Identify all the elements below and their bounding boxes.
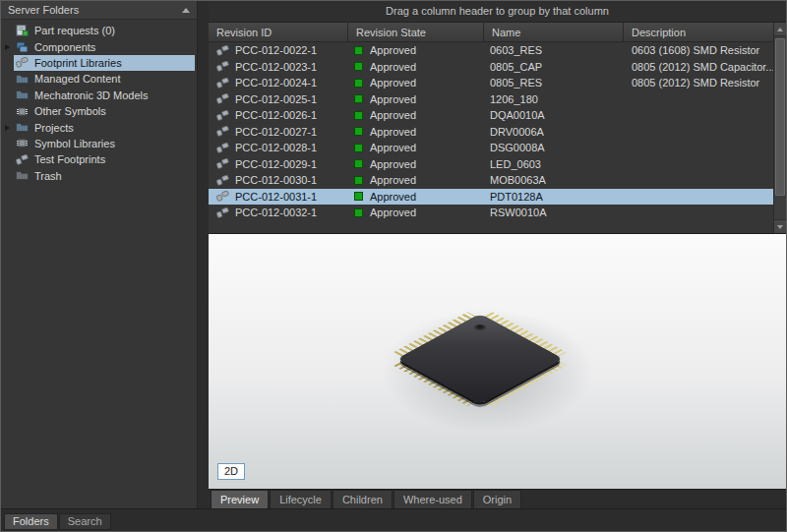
table-row[interactable]: PCC-012-0031-1 Approved PDT0128A (209, 189, 786, 206)
revision-id-cell: PCC-012-0027-1 (235, 126, 317, 138)
name-cell: 1206_180 (484, 91, 624, 108)
approved-state-icon (354, 62, 363, 71)
components-icon (15, 41, 30, 53)
footprint-icon (216, 110, 229, 121)
server-folders-panel: Server Folders Part requests (0) Compone… (1, 1, 198, 508)
sidebar-item-label: Mechatronic 3D Models (34, 89, 149, 101)
table-row[interactable]: PCC-012-0026-1 Approved DQA0010A (209, 107, 786, 124)
revision-id-cell: PCC-012-0022-1 (235, 44, 317, 56)
sidebar-item[interactable]: Part requests (0) (1, 23, 197, 38)
footprint-icon (15, 57, 30, 68)
footprint-icon (216, 45, 229, 56)
table-row[interactable]: PCC-012-0024-1 Approved 0805_RES 0805 (2… (209, 75, 786, 91)
vertical-scrollbar[interactable] (773, 23, 786, 233)
sidebar-item-label: Other Symbols (34, 105, 106, 117)
sidebar-item[interactable]: Symbol Libraries (1, 136, 197, 151)
sidebar-item[interactable]: Managed Content (1, 71, 197, 87)
preview-pane[interactable]: 2D (209, 233, 786, 489)
tab-where-used[interactable]: Where-used (394, 490, 472, 508)
sidebar-tab-folders[interactable]: Folders (4, 513, 58, 530)
revision-state-cell: Approved (370, 109, 416, 121)
tab-origin[interactable]: Origin (473, 490, 521, 508)
scroll-up-button[interactable] (774, 23, 786, 36)
content-row: Server Folders Part requests (0) Compone… (1, 1, 786, 508)
tab-children[interactable]: Children (333, 490, 393, 508)
revision-id-cell: PCC-012-0029-1 (235, 158, 317, 170)
name-cell: 0805_RES (484, 75, 624, 91)
table-row[interactable]: PCC-012-0032-1 Approved RSW0010A (209, 205, 786, 221)
sidebar-item-label: Part requests (0) (34, 25, 115, 36)
name-cell: DRV0006A (484, 124, 624, 141)
sidebar-item[interactable]: Footprint Libraries (1, 55, 197, 71)
sidebar-item[interactable]: Mechatronic 3D Models (1, 88, 197, 103)
name-cell: DQA0010A (484, 107, 624, 124)
expand-arrow-icon[interactable] (1, 125, 14, 131)
tab-lifecycle[interactable]: Lifecycle (270, 490, 332, 508)
table-row[interactable]: PCC-012-0025-1 Approved 1206_180 (209, 91, 786, 108)
table-row[interactable]: PCC-012-0029-1 Approved LED_0603 (209, 156, 786, 173)
expand-arrow-icon[interactable] (1, 44, 14, 50)
description-cell (624, 124, 786, 141)
collapse-panel-icon[interactable] (182, 8, 190, 13)
name-cell: PDT0128A (484, 189, 624, 206)
revision-state-cell: Approved (370, 44, 416, 56)
column-header-name[interactable]: Name (484, 23, 624, 41)
column-header-revision-state[interactable]: Revision State (348, 23, 484, 41)
approved-state-icon (354, 79, 363, 88)
sidebar-item-label: Projects (34, 122, 74, 134)
revision-id-cell: PCC-012-0032-1 (235, 207, 317, 218)
table-row[interactable]: PCC-012-0022-1 Approved 0603_RES 0603 (1… (209, 42, 786, 59)
revision-state-cell: Approved (370, 77, 416, 89)
column-header-revision-id[interactable]: Revision ID (209, 23, 348, 41)
footprint-icon (15, 154, 30, 165)
footprint-icon (216, 158, 229, 169)
sidebar-item-label: Components (34, 41, 95, 53)
2d-mode-button[interactable]: 2D (217, 463, 245, 480)
symbol-icon (15, 138, 30, 148)
sidebar-tab-search[interactable]: Search (59, 513, 111, 530)
scroll-down-button[interactable] (774, 219, 786, 233)
revision-id-cell: PCC-012-0030-1 (235, 174, 317, 186)
name-cell: 0805_CAP (484, 59, 624, 76)
sidebar-item-label: Test Footprints (34, 153, 105, 165)
revision-state-cell: Approved (370, 142, 416, 153)
revision-state-cell: Approved (370, 191, 416, 203)
folder-icon (15, 74, 30, 85)
table-row[interactable]: PCC-012-0027-1 Approved DRV0006A (209, 124, 786, 141)
description-cell (624, 205, 786, 221)
revision-id-cell: PCC-012-0026-1 (235, 109, 317, 121)
revision-state-cell: Approved (370, 93, 416, 105)
revision-state-cell: Approved (370, 126, 416, 138)
group-by-bar[interactable]: Drag a column header to group by that co… (209, 1, 786, 23)
folder-icon (15, 89, 30, 100)
panel-title: Server Folders (8, 4, 79, 16)
column-header-description[interactable]: Description (624, 23, 786, 41)
bottom-tab-strip: FoldersSearch (1, 508, 786, 531)
content-area: Drag a column header to group by that co… (209, 1, 786, 508)
description-cell (624, 156, 786, 173)
sidebar-item[interactable]: Trash (1, 168, 197, 184)
table-body: PCC-012-0022-1 Approved 0603_RES 0603 (1… (209, 42, 786, 221)
table-row[interactable]: PCC-012-0023-1 Approved 0805_CAP 0805 (2… (209, 59, 786, 76)
name-cell: LED_0603 (484, 156, 624, 173)
table-row[interactable]: PCC-012-0030-1 Approved MOB0063A (209, 172, 786, 189)
splitter[interactable] (198, 1, 209, 508)
revision-state-cell: Approved (370, 207, 416, 218)
name-cell: RSW0010A (484, 205, 624, 221)
grid-header: Revision ID Revision State Name Descript… (209, 23, 786, 42)
symbol-icon (15, 106, 30, 117)
sidebar-item[interactable]: Projects (1, 119, 197, 135)
description-cell (624, 91, 786, 108)
sidebar-item[interactable]: Other Symbols (1, 103, 197, 119)
preview-tab-strip: PreviewLifecycleChildrenWhere-usedOrigin (209, 489, 786, 508)
footprint-icon (216, 175, 229, 186)
part-requests-icon (15, 25, 30, 36)
revision-state-cell: Approved (370, 158, 416, 170)
table-row[interactable]: PCC-012-0028-1 Approved DSG0008A (209, 140, 786, 156)
tab-preview[interactable]: Preview (211, 490, 269, 508)
sidebar-item[interactable]: Components (1, 38, 197, 54)
sidebar-item[interactable]: Test Footprints (1, 151, 197, 167)
description-cell: 0805 (2012) SMD Capacitor... (624, 59, 786, 76)
scrollbar-thumb[interactable] (775, 38, 785, 196)
revision-id-cell: PCC-012-0028-1 (235, 142, 317, 153)
